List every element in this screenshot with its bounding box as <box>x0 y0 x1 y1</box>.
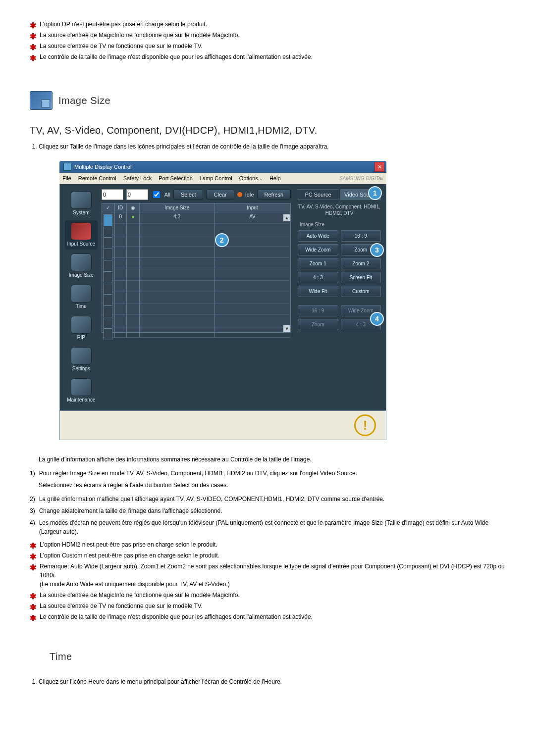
scroll-up-icon[interactable]: ▲ <box>283 214 290 221</box>
item-text: La grille d'information n'affiche que l'… <box>39 495 385 504</box>
callout-marker-1: 1 <box>368 186 382 200</box>
opt-169[interactable]: 16 : 9 <box>341 230 381 242</box>
col-check: ✓ <box>102 203 115 212</box>
alert-icon: ! <box>354 414 376 436</box>
sidebar-label: Time <box>76 303 87 309</box>
menu-remote[interactable]: Remote Control <box>78 175 116 181</box>
menu-lamp[interactable]: Lamp Control <box>200 175 232 181</box>
menubar: File Remote Control Safety Lock Port Sel… <box>59 173 386 184</box>
opt-zoom1[interactable]: Zoom 1 <box>298 258 338 269</box>
col-input: Input <box>215 203 290 212</box>
top-notes-list: ✱L'option DP n'est peut-être pas prise e… <box>30 20 505 61</box>
star-icon: ✱ <box>30 602 36 613</box>
item-text: Pour régler Image Size en mode TV, AV, S… <box>39 469 357 478</box>
row-input: AV <box>215 212 290 224</box>
opt-custom[interactable]: Custom <box>341 286 381 297</box>
grid-header: ✓ ID ◉ Image Size Input <box>102 203 290 212</box>
grid-row-empty <box>102 281 290 292</box>
right-panel: 1 PC Source Video Source TV, AV, S-Video… <box>298 189 381 405</box>
sidebar-system[interactable]: System <box>65 189 98 218</box>
note-item: ✱L'option DP n'est peut-être pas prise e… <box>30 20 505 29</box>
callout-marker-2: 2 <box>215 233 229 247</box>
sidebar-input-source[interactable]: Input Source <box>65 220 98 250</box>
section-subtitle: TV, AV, S-Video, Component, DVI(HDCP), H… <box>30 125 505 136</box>
opt-widezoom[interactable]: Wide Zoom <box>298 244 338 255</box>
opt-autowide[interactable]: Auto Wide <box>298 230 338 242</box>
refresh-button[interactable]: Refresh <box>257 190 291 200</box>
row-id: 0 <box>115 212 127 224</box>
dropdown-1[interactable] <box>102 189 123 200</box>
note-item: ✱Le contrôle de la taille de l'image n'e… <box>30 612 505 621</box>
select-button[interactable]: Select <box>173 190 204 200</box>
scroll-down-icon[interactable]: ▼ <box>283 325 290 332</box>
time-step: Cliquez sur l'icône Heure dans le menu p… <box>39 677 505 686</box>
sidebar-settings[interactable]: Settings <box>65 345 98 374</box>
toolbar: All Select Clear Idle Refresh <box>102 189 291 200</box>
menu-file[interactable]: File <box>62 175 71 181</box>
star-icon: ✱ <box>30 31 36 43</box>
opt-zoom2[interactable]: Zoom 2 <box>341 258 381 269</box>
opt2-169[interactable]: 16 : 9 <box>298 305 338 316</box>
bottom-notes-list: ✱L'option HDMI2 n'est peut-être pas pris… <box>30 540 505 621</box>
menu-port[interactable]: Port Selection <box>159 175 192 181</box>
note-text: L'option DP n'est peut-être pas prise en… <box>40 21 207 28</box>
opt-widefit[interactable]: Wide Fit <box>298 286 338 297</box>
panel-subtitle: TV, AV, S-Video, Component, HDMI1, HDMI2… <box>298 202 381 218</box>
star-icon: ✱ <box>30 20 36 32</box>
opt2-zoom[interactable]: Zoom <box>298 319 338 330</box>
label-idle: Idle <box>245 192 254 198</box>
item-text: Les modes d'écran ne peuvent être réglés… <box>39 518 505 536</box>
item-number: 4) <box>30 518 35 536</box>
grid-row-empty <box>102 269 290 281</box>
sidebar-maintenance[interactable]: Maintenance <box>65 376 98 405</box>
note-item: ✱Le contrôle de la taille de l'image n'e… <box>30 52 505 61</box>
note-item: ✱L'option HDMI2 n'est peut-être pas pris… <box>30 540 505 549</box>
sidebar: System Input Source Image Size Time PIP … <box>65 189 98 405</box>
menu-safety[interactable]: Safety Lock <box>123 175 152 181</box>
star-icon: ✱ <box>30 551 36 563</box>
star-icon: ✱ <box>30 52 36 64</box>
opt-43[interactable]: 4 : 3 <box>298 272 338 283</box>
callout-marker-4: 4 <box>370 312 384 326</box>
item-number: 1) <box>30 469 35 478</box>
clear-button[interactable]: Clear <box>206 190 234 200</box>
checkbox-all[interactable] <box>153 191 160 198</box>
sidebar-time[interactable]: Time <box>65 283 98 312</box>
sidebar-pip[interactable]: PIP <box>65 314 98 343</box>
app-icon <box>63 163 71 171</box>
tab-pc-source[interactable]: PC Source <box>298 189 338 200</box>
grid-row-empty <box>102 247 290 258</box>
titlebar: Multiple Display Control ✕ <box>59 161 386 173</box>
menu-help[interactable]: Help <box>269 175 281 181</box>
image-size-icon <box>71 253 92 271</box>
app-body: System Input Source Image Size Time PIP … <box>59 184 386 411</box>
star-icon: ✱ <box>30 540 36 552</box>
sidebar-label: Maintenance <box>67 397 95 403</box>
note-item: ✱Remarque: Auto Wide (Largeur auto), Zoo… <box>30 562 505 589</box>
dropdown-2[interactable] <box>126 189 148 200</box>
numbered-descriptions: 1)Pour régler Image Size en mode TV, AV,… <box>30 469 505 536</box>
status-dot-icon: ● <box>131 214 134 219</box>
time-icon <box>71 285 92 302</box>
item-number: 3) <box>30 506 35 515</box>
sidebar-image-size[interactable]: Image Size <box>65 252 98 281</box>
app-footer: ! <box>59 411 386 440</box>
close-button[interactable]: ✕ <box>374 162 384 172</box>
item-text: Change aléatoirement la taille de l'imag… <box>39 506 222 515</box>
opt-screenfit[interactable]: Screen Fit <box>341 272 381 283</box>
steps-list: Cliquez sur Taille de l'image dans les i… <box>30 142 505 151</box>
note-item: ✱La source d'entrée de TV ne fonctionne … <box>30 42 505 50</box>
note-text: Le contrôle de la taille de l'image n'es… <box>40 613 313 620</box>
grid-row[interactable]: 0 ● 4:3 AV <box>102 212 290 224</box>
idle-indicator-icon <box>237 192 242 197</box>
grid-row-empty <box>102 258 290 269</box>
main-column: All Select Clear Idle Refresh ✓ ID ◉ Ima… <box>102 189 291 405</box>
col-status: ◉ <box>127 203 140 212</box>
menu-options[interactable]: Options... <box>239 175 263 181</box>
time-steps: Cliquez sur l'icône Heure dans le menu p… <box>30 677 505 686</box>
grid-row-empty <box>102 326 290 338</box>
option-grid-2: 16 : 9 Wide Zoom Zoom 4 : 3 <box>298 305 381 330</box>
item-text: Sélectionnez les écrans à régler à l'aid… <box>39 481 505 490</box>
note-item: ✱L'option Custom n'est peut-être pas pri… <box>30 551 505 560</box>
panel-group-label: Image Size <box>300 222 381 227</box>
